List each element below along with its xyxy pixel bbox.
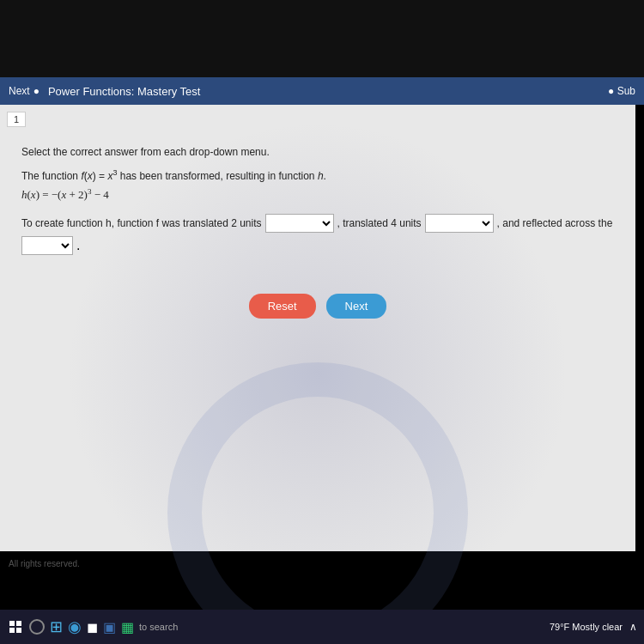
direction-dropdown-2[interactable]: up down left right [425,214,494,233]
function-intro-text: The function f(x) = x3 has been transfor… [21,168,614,182]
taskbar-search-text: to search [139,622,178,632]
h-function-display: h(x) = −(x + 2)3 − 4 [21,187,614,202]
sentence-part3: , and reflected across the [497,215,613,234]
instruction-text: Select the correct answer from each drop… [21,146,614,158]
period-text: . [76,238,80,253]
page-title: Power Functions: Mastery Test [48,85,201,98]
action-buttons-row: Reset Next [0,294,635,319]
taskbar-icon-1[interactable]: ⊞ [50,617,63,636]
taskbar-right-icons: 79°F Mostly clear ∧ [550,621,637,633]
footer-copyright: All rights reserved. [9,559,80,568]
taskbar-icon-4[interactable]: ▣ [103,619,116,635]
next-button[interactable]: Next [326,294,387,319]
taskbar-chevron-icon[interactable]: ∧ [629,621,637,633]
taskbar: ⊞ ◉ ◼ ▣ ▦ to search 79°F Mostly clear ∧ [0,610,644,644]
second-sentence-line: x-axis y-axis . [21,236,614,255]
windows-start-button[interactable] [7,618,24,635]
taskbar-icon-5[interactable]: ▦ [121,619,134,635]
reset-button[interactable]: Reset [249,294,316,319]
search-button[interactable] [29,619,45,635]
taskbar-weather: 79°F Mostly clear [550,622,623,632]
top-navigation-bar: Next ● Power Functions: Mastery Test ● S… [0,77,644,105]
sentence-part1: To create function h, function f was tra… [21,215,262,234]
direction-dropdown-1[interactable]: left right up down [265,214,334,233]
sentence-part2: , translated 4 units [337,215,422,234]
next-label: Next [9,85,30,97]
question-number-badge: 1 [7,112,26,127]
question-content-box: Select the correct answer from each drop… [13,137,623,264]
sub-label: ● Sub [608,85,635,97]
taskbar-icon-2[interactable]: ◉ [68,617,82,636]
next-arrow-icon: ● [33,85,39,97]
next-nav-item[interactable]: Next ● [9,85,39,97]
windows-icon [9,621,21,633]
question-sentence: To create function h, function f was tra… [21,214,614,233]
taskbar-icon-3[interactable]: ◼ [87,619,98,635]
main-content-area: 1 Select the correct answer from each dr… [0,105,635,551]
axis-dropdown[interactable]: x-axis y-axis [21,236,73,255]
